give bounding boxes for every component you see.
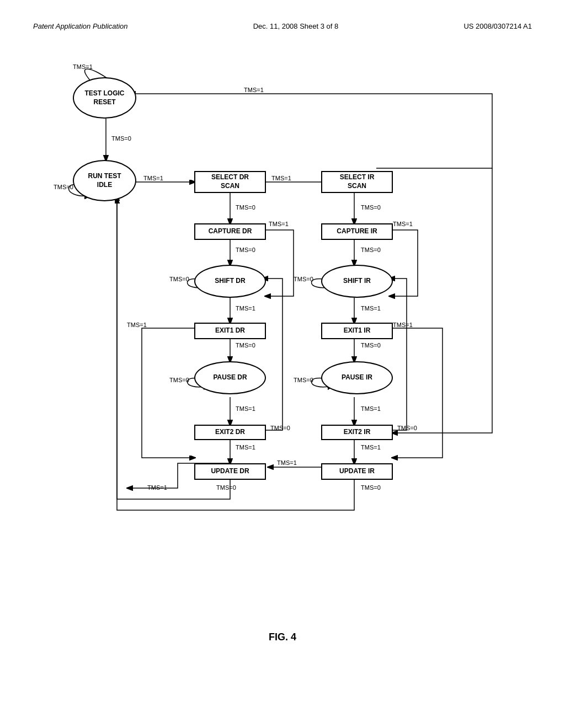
label-selir-tlr: TMS=1 xyxy=(244,87,264,93)
state-select-dr-scan: SELECT DRSCAN xyxy=(194,171,266,193)
state-capture-dr: CAPTURE DR xyxy=(194,223,266,240)
label-pdr-self: TMS=0 xyxy=(169,377,189,383)
label-ex2dr-updr: TMS=1 xyxy=(236,444,255,451)
label-shdr-ex1dr: TMS=1 xyxy=(236,305,255,312)
label-capdr-ex1dr: TMS=1 xyxy=(269,221,289,227)
page: Patent Application Publication Dec. 11, … xyxy=(0,0,565,728)
label-tlr-self: TMS=1 xyxy=(73,63,93,70)
label-capir-shir: TMS=0 xyxy=(361,247,381,253)
label-rte-seldr: TMS=1 xyxy=(143,175,163,181)
label-seldr-selir: TMS=1 xyxy=(271,175,291,181)
header: Patent Application Publication Dec. 11, … xyxy=(33,22,532,30)
label-seldr-capdr: TMS=0 xyxy=(236,204,255,211)
label-ex1ir-upir: TMS=1 xyxy=(393,322,413,328)
state-pause-dr: PAUSE DR xyxy=(194,361,266,394)
label-ex2dr-shdr: TMS=0 xyxy=(270,425,290,431)
label-updr-seldr-tms1: TMS=1 xyxy=(147,484,167,491)
label-upir-rte-tms0: TMS=0 xyxy=(361,484,381,491)
label-updr-rte-tms0: TMS=0 xyxy=(216,484,236,491)
label-ex1dr-updr: TMS=1 xyxy=(127,322,147,328)
state-test-logic-reset: TEST LOGICRESET xyxy=(73,77,136,119)
label-capdr-shdr: TMS=0 xyxy=(236,247,255,253)
state-exit2-dr: EXIT2 DR xyxy=(194,425,266,440)
label-pdr-ex2dr: TMS=1 xyxy=(236,405,255,412)
fig-label: FIG. 4 xyxy=(33,631,532,643)
label-rte-self: TMS=0 xyxy=(54,184,73,190)
header-left: Patent Application Publication xyxy=(33,22,128,30)
header-center: Dec. 11, 2008 Sheet 3 of 8 xyxy=(253,22,339,30)
header-right: US 2008/0307214 A1 xyxy=(463,22,532,30)
label-ex1dr-pdr: TMS=0 xyxy=(236,342,255,349)
state-shift-dr: SHIFT DR xyxy=(194,265,266,298)
state-exit1-dr: EXIT1 DR xyxy=(194,323,266,339)
label-ex2ir-shir: TMS=0 xyxy=(397,425,417,431)
label-pir-ex2ir: TMS=1 xyxy=(361,405,381,412)
state-exit2-ir: EXIT2 IR xyxy=(321,425,393,440)
label-ex2ir-upir: TMS=1 xyxy=(361,444,381,451)
state-run-test-idle: RUN TESTIDLE xyxy=(73,160,136,201)
label-selir-capir: TMS=0 xyxy=(361,204,381,211)
label-shdr-self: TMS=0 xyxy=(169,276,189,282)
label-pir-self: TMS=0 xyxy=(294,377,313,383)
state-update-ir: UPDATE IR xyxy=(321,463,393,480)
state-select-ir-scan: SELECT IRSCAN xyxy=(321,171,393,193)
state-pause-ir: PAUSE IR xyxy=(321,361,393,394)
label-upir-updr-tms1: TMS=1 xyxy=(277,459,297,466)
label-capir-ex1ir: TMS=1 xyxy=(393,221,413,227)
state-update-dr: UPDATE DR xyxy=(194,463,266,480)
state-capture-ir: CAPTURE IR xyxy=(321,223,393,240)
label-tlr-rte: TMS=0 xyxy=(111,135,131,142)
label-shir-self: TMS=0 xyxy=(294,276,313,282)
arrows-svg xyxy=(45,47,520,626)
label-ex1ir-pir: TMS=0 xyxy=(361,342,381,349)
state-shift-ir: SHIFT IR xyxy=(321,265,393,298)
diagram: TEST LOGICRESET RUN TESTIDLE SELECT DRSC… xyxy=(45,47,520,626)
label-shir-ex1ir: TMS=1 xyxy=(361,305,381,312)
state-exit1-ir: EXIT1 IR xyxy=(321,323,393,339)
